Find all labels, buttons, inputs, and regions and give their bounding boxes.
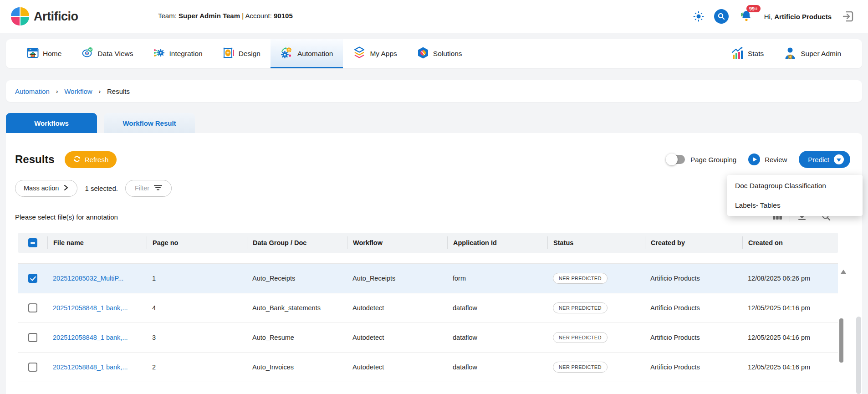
page-grouping-toggle[interactable]: [667, 155, 685, 164]
page-no-cell: 1: [147, 275, 247, 282]
predict-button[interactable]: Predict: [799, 151, 850, 168]
file-name-link[interactable]: 202512058848_1 bank,...: [53, 334, 128, 341]
application-id-cell: form: [447, 275, 547, 282]
nav-item-stats[interactable]: Stats: [721, 39, 774, 68]
table-row[interactable]: 202512058848_1 bank,... 2 Auto_Invoices …: [18, 353, 838, 382]
brand-name: Artificio: [34, 10, 78, 24]
breadcrumb-automation[interactable]: Automation: [15, 87, 50, 95]
chevron-down-icon: [834, 154, 844, 164]
col-header-workflow[interactable]: Workflow: [347, 236, 447, 249]
row-checkbox[interactable]: [28, 274, 37, 283]
application-id-cell: dataflow: [447, 363, 547, 371]
tab-workflows[interactable]: Workflows: [6, 113, 97, 133]
tab-workflow-result[interactable]: Workflow Result: [104, 113, 195, 133]
data-group-cell: Auto_Bank_statements: [247, 304, 347, 312]
col-header-page-no[interactable]: Page no: [147, 236, 247, 249]
workflow-cell: Autodetect: [347, 334, 447, 341]
top-header: Artificio Team: Super Admin Team | Accou…: [0, 0, 868, 33]
brand[interactable]: Artificio: [11, 7, 78, 26]
menu-item-labels-tables[interactable]: Labels- Tables: [727, 195, 863, 215]
page-scrollbar-thumb[interactable]: [856, 317, 861, 394]
workflow-cell: Autodetect: [347, 363, 447, 371]
review-label: Review: [765, 156, 787, 164]
file-name-link[interactable]: 202512058848_1 bank,...: [53, 304, 128, 312]
col-header-status[interactable]: Status: [547, 236, 645, 249]
data-views-icon: [82, 47, 93, 61]
file-name-link[interactable]: 202512085032_MultiP...: [53, 275, 123, 282]
global-search-icon[interactable]: [714, 9, 729, 24]
menu-item-doc-datagroup-classification[interactable]: Doc Datagroup Classification: [727, 176, 863, 195]
created-by-cell: Artificio Products: [645, 334, 742, 341]
stats-icon: [731, 46, 744, 61]
nav-item-solutions[interactable]: Solutions: [407, 39, 472, 68]
data-group-cell: Auto_Resume: [247, 334, 347, 341]
nav-item-integration[interactable]: Integration: [143, 39, 212, 68]
notifications-bell-icon[interactable]: 99+: [739, 8, 754, 25]
results-controls: Page Grouping Review Predict: [667, 151, 850, 168]
table-row[interactable]: 202512058848_1 bank,... 4 Auto_Bank_stat…: [18, 293, 838, 323]
nav-label: My Apps: [370, 50, 397, 58]
data-group-cell: Auto_Receipts: [247, 275, 347, 282]
row-checkbox[interactable]: [28, 333, 37, 342]
data-group-cell: Auto_Invoices: [247, 363, 347, 371]
team-account-info: Team: Super Admin Team | Account: 90105: [158, 12, 293, 20]
status-badge: NER PREDICTED: [553, 273, 608, 284]
nav-item-data-views[interactable]: Data Views: [71, 39, 143, 68]
artificio-logo-icon: [11, 7, 29, 26]
play-icon: [748, 154, 760, 165]
col-header-file-name[interactable]: File name: [47, 236, 147, 249]
created-on-cell: 12/05/2025 04:16 pm: [742, 334, 838, 341]
team-label: Team:: [158, 12, 177, 20]
predict-label: Predict: [808, 156, 829, 164]
mass-action-button[interactable]: Mass action: [15, 180, 77, 197]
select-all-checkbox[interactable]: [28, 238, 37, 247]
nav-item-design[interactable]: Design: [213, 39, 271, 68]
table-gap: [18, 253, 838, 264]
row-checkbox[interactable]: [28, 303, 37, 312]
filter-icon: [154, 184, 162, 192]
review-button[interactable]: Review: [748, 154, 787, 165]
created-by-cell: Artificio Products: [645, 363, 742, 371]
row-checkbox[interactable]: [28, 363, 37, 372]
col-header-data-group[interactable]: Data Group / Doc: [247, 236, 347, 249]
col-header-created-on[interactable]: Created on: [742, 236, 838, 249]
file-name-link[interactable]: 202512058848_1 bank,...: [53, 363, 128, 371]
chevron-right-icon: ›: [56, 88, 58, 95]
table-header: File name Page no Data Group / Doc Workf…: [18, 233, 838, 253]
notification-count-badge: 99+: [746, 5, 761, 12]
table-scrollbar-thumb[interactable]: [839, 318, 843, 363]
col-header-created-by[interactable]: Created by: [645, 236, 742, 249]
page: Artificio Team: Super Admin Team | Accou…: [0, 0, 868, 394]
nav-right: Stats Super Admin: [721, 39, 851, 68]
theme-sun-icon[interactable]: [693, 11, 704, 22]
predict-dropdown-menu: Doc Datagroup Classification Labels- Tab…: [727, 175, 863, 216]
breadcrumb: Automation › Workflow › Results: [6, 80, 862, 102]
refresh-button[interactable]: Refresh: [65, 151, 117, 168]
breadcrumb-workflow[interactable]: Workflow: [64, 87, 92, 95]
filter-label: Filter: [135, 184, 149, 192]
team-value: Super Admin Team: [179, 12, 240, 20]
results-table: File name Page no Data Group / Doc Workf…: [18, 233, 838, 382]
col-header-application-id[interactable]: Application Id: [447, 236, 547, 249]
workflow-cell: Auto_Receipts: [347, 275, 447, 282]
nav-item-home[interactable]: Home: [17, 39, 71, 68]
logout-icon[interactable]: [842, 10, 854, 23]
nav-label: Super Admin: [801, 50, 841, 58]
status-badge: NER PREDICTED: [553, 362, 608, 373]
table-row[interactable]: 202512058848_1 bank,... 3 Auto_Resume Au…: [18, 323, 838, 353]
nav-label: Stats: [748, 50, 764, 58]
automation-icon: [281, 46, 293, 61]
filter-button[interactable]: Filter: [125, 180, 172, 197]
nav-item-automation[interactable]: Automation: [271, 39, 343, 68]
application-id-cell: dataflow: [447, 334, 547, 341]
nav-item-super-admin[interactable]: Super Admin: [774, 39, 851, 68]
refresh-label: Refresh: [85, 156, 109, 164]
table-row[interactable]: 202512085032_MultiP... 1 Auto_Receipts A…: [18, 264, 838, 293]
page-no-cell: 4: [147, 304, 247, 312]
selected-count: 1 selected.: [85, 184, 118, 192]
table-scroll-up-arrow[interactable]: [841, 270, 846, 274]
created-by-cell: Artificio Products: [645, 275, 742, 282]
nav-item-my-apps[interactable]: My Apps: [343, 39, 407, 68]
account-value: 90105: [274, 12, 293, 20]
refresh-icon: [73, 155, 81, 164]
